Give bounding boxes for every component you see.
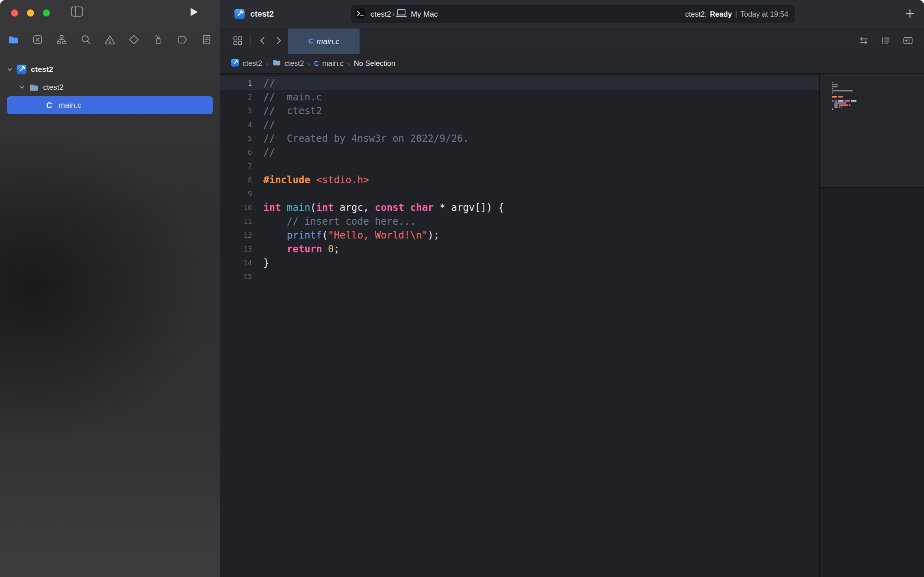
sidebar-toolbar [0,0,220,23]
jumpbar-file-label: main.c [322,59,344,68]
jumpbar-file-item[interactable]: C main.c [314,59,344,68]
tree-row-project-ctest2[interactable]: ctest2 [0,61,220,78]
navigator-tab-bar [0,23,220,54]
line-number[interactable]: 15 [220,270,252,284]
code-area[interactable]: 1//2// main.c3// ctest24//5// Created by… [220,74,819,577]
find-navigator-icon [80,34,91,46]
code-line[interactable]: 14} [220,256,819,270]
go-back-button[interactable] [258,36,267,47]
go-forward-button[interactable] [274,36,283,47]
code-line-text: return 0; [252,242,340,256]
code-line[interactable]: 8#include <stdio.h> [220,173,819,187]
code-line-text: #include <stdio.h> [252,173,369,187]
code-line[interactable]: 6// [220,145,819,159]
c-file-type-icon: C [314,60,319,67]
jumpbar-project-item[interactable]: ctest2 [231,59,262,69]
disclosure-chevron-icon[interactable] [18,84,26,91]
report-navigator-tab[interactable] [197,31,215,49]
run-play-icon [189,12,199,18]
code-line[interactable]: 11 // insert code here... [220,215,819,228]
jump-bar: ctest2 › ctest2 › C main.c › No Selectio… [220,54,924,74]
line-number[interactable]: 8 [220,173,252,187]
scheme-selector[interactable]: ctest2 [354,7,391,22]
tab-main-c[interactable]: C main.c [288,28,360,54]
code-line-text [252,159,263,173]
minimize-window-button[interactable] [27,9,34,17]
editor-options-button[interactable] [881,35,891,47]
sidebar-toggle-icon [71,12,83,18]
line-number[interactable]: 3 [220,104,252,118]
code-line-text: // [252,145,275,159]
xcode-window: ctest2ctest2Cmain.c ctest2 ctest2 › [0,0,924,577]
symbol-navigator-tab[interactable] [53,31,71,49]
close-window-button[interactable] [11,9,18,17]
line-number[interactable]: 2 [220,90,252,104]
test-navigator-tab[interactable] [125,31,143,49]
project-navigator-tab[interactable] [4,31,22,49]
test-navigator-icon [128,34,139,46]
breadcrumb-chevron-icon: › [266,59,269,69]
line-number[interactable]: 6 [220,145,252,159]
issue-navigator-icon [104,34,115,46]
code-line[interactable]: 5// Created by 4nsw3r on 2022/9/26. [220,132,819,145]
navigator-sidebar: ctest2ctest2Cmain.c [0,0,220,577]
line-number[interactable]: 5 [220,132,252,145]
code-review-button[interactable] [858,35,869,47]
issue-navigator-tab[interactable] [101,31,119,49]
line-number[interactable]: 10 [220,201,252,215]
code-line[interactable]: 15 [220,270,819,284]
destination-selector[interactable]: My Mac [396,9,438,20]
source-editor: 1//2// main.c3// ctest24//5// Created by… [220,74,924,577]
terminal-scheme-icon [354,7,367,22]
plus-icon [905,14,915,20]
jumpbar-selection-label: No Selection [354,59,395,68]
project-app-icon [234,9,245,20]
breakpoint-navigator-tab[interactable] [174,31,191,49]
line-number[interactable]: 14 [220,256,252,270]
line-number[interactable]: 11 [220,215,252,228]
minimap-visible-region[interactable] [820,74,924,188]
tree-row-folder-ctest2[interactable]: ctest2 [0,78,220,96]
code-line[interactable]: 9 [220,187,819,201]
line-number[interactable]: 12 [220,228,252,242]
window-titlebar: ctest2 ctest2 › My Mac ctest2: [220,0,924,28]
line-number[interactable]: 7 [220,159,252,173]
code-line[interactable]: 3// ctest2 [220,104,819,118]
add-editor-button[interactable] [902,35,913,47]
debug-navigator-icon [153,34,164,46]
sidebar-toggle-button[interactable] [71,6,83,18]
chevron-left-icon [258,41,267,47]
jumpbar-group-item[interactable]: ctest2 [272,58,304,69]
tab-bar-right-controls [858,35,913,47]
project-icon [16,64,27,75]
code-line[interactable]: 7 [220,159,819,173]
line-number[interactable]: 13 [220,242,252,256]
code-line[interactable]: 4// [220,118,819,132]
debug-navigator-tab[interactable] [149,31,167,49]
zoom-window-button[interactable] [43,9,50,17]
split-editor-plus-icon [902,41,913,47]
changes-navigator-tab[interactable] [28,31,46,49]
disclosure-chevron-icon[interactable] [6,66,14,73]
find-navigator-tab[interactable] [77,31,95,49]
line-number[interactable]: 9 [220,187,252,201]
line-number[interactable]: 1 [220,76,252,90]
library-add-button[interactable] [905,9,915,20]
code-line[interactable]: 1// [220,76,819,90]
c-file-type-icon: C [308,38,313,45]
jumpbar-selection-item[interactable]: No Selection [354,59,395,68]
run-button[interactable] [189,7,199,18]
activity-status[interactable]: ctest2: Ready | Today at 19:54 [685,10,788,19]
line-number[interactable]: 4 [220,118,252,132]
code-line[interactable]: 12 printf("Hello, World!\n"); [220,228,819,242]
changes-navigator-icon [32,34,43,46]
minimap[interactable] [819,74,924,577]
tree-row-c-file-main-c[interactable]: Cmain.c [7,96,213,114]
symbol-navigator-icon [56,34,67,46]
editor-overview-button[interactable] [232,35,243,47]
minimap-content [832,82,924,112]
code-line[interactable]: 10int main(int argc, const char * argv[]… [220,201,819,215]
code-line[interactable]: 2// main.c [220,90,819,104]
status-time-label: Today at 19:54 [740,10,788,19]
code-line[interactable]: 13 return 0; [220,242,819,256]
